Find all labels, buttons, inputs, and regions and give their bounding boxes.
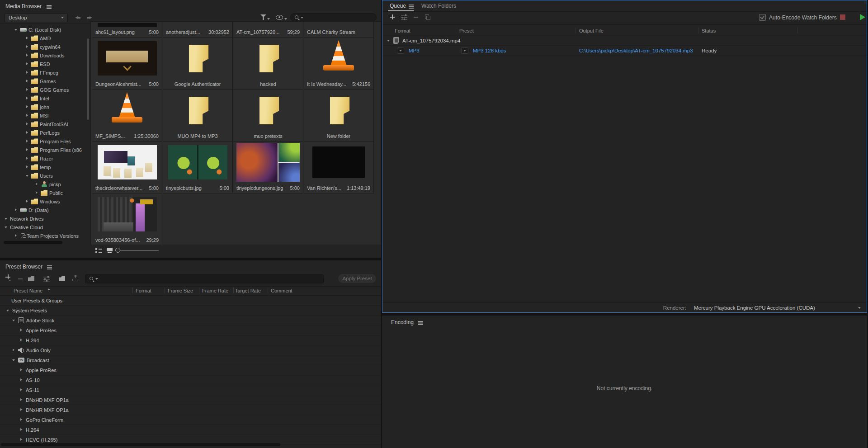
job-preset-link[interactable]: MP3 128 kbps [473,48,506,53]
tree-item-folder[interactable]: PerfLogs [0,128,86,137]
add-output-button[interactable] [401,14,407,20]
preset-row-audio-only[interactable]: Audio Only [0,345,381,355]
duplicate-button[interactable] [425,14,430,20]
chevron-collapsed-icon[interactable] [19,338,24,343]
chevron-collapsed-icon[interactable] [19,428,24,432]
tree-item-folder[interactable]: Downloads [0,51,86,60]
chevron-collapsed-icon[interactable] [25,62,29,66]
chevron-collapsed-icon[interactable] [25,71,29,75]
tab-queue[interactable]: Queue [390,3,406,9]
renderer-caret-icon[interactable] [858,307,861,309]
remove-preset-button[interactable] [18,278,23,279]
column-header-frame-size[interactable]: Frame Size [168,288,193,293]
panel-menu-icon[interactable] [47,5,52,9]
chevron-expanded-icon[interactable] [4,217,8,221]
chevron-collapsed-icon[interactable] [25,36,29,41]
chevron-collapsed-icon[interactable] [19,418,24,422]
media-item[interactable]: tinyepicbutts.jpg5:00 [163,141,233,193]
thumbnail-size-slider-knob[interactable] [115,248,120,253]
chevron-collapsed-icon[interactable] [25,53,29,58]
preset-dropdown[interactable] [461,47,468,54]
preset-settings-button[interactable] [43,276,50,282]
chevron-collapsed-icon[interactable] [25,113,29,118]
tree-item-folder[interactable]: ESD [0,60,86,68]
tree-item-folder[interactable]: FFmpeg [0,68,86,77]
tree-horizontal-scrollbar[interactable] [4,241,62,244]
preset-row-h264[interactable]: H.264 [0,335,381,345]
preset-row-dnxhd[interactable]: DNxHD MXF OP1a [0,395,381,405]
tree-vertical-scrollbar[interactable] [87,38,89,120]
media-item[interactable]: Google Authenticator [163,38,233,90]
preset-row-apple-prores[interactable]: Apple ProRes [0,325,381,335]
column-header-target-rate[interactable]: Target Rate [235,288,261,293]
tree-item-folder[interactable]: Intel [0,94,86,103]
media-search-field[interactable] [290,13,377,22]
media-item[interactable]: Van Richten's...1:13:49:19 [304,141,374,193]
preset-row-dnxhr[interactable]: DNxHR MXF OP1a [0,405,381,415]
thumbnail-size-slider[interactable] [120,250,159,251]
chevron-collapsed-icon[interactable] [25,105,29,109]
tree-item-folder[interactable]: temp [0,163,86,171]
preview-eye-icon[interactable] [276,15,283,20]
chevron-collapsed-icon[interactable] [25,199,29,204]
chevron-collapsed-icon[interactable] [25,88,29,92]
chevron-collapsed-icon[interactable] [19,398,24,402]
chevron-expanded-icon[interactable] [5,308,10,313]
chevron-collapsed-icon[interactable] [19,388,24,392]
preset-search-input[interactable] [100,276,320,282]
new-preset-group-button[interactable] [28,276,34,281]
chevron-collapsed-icon[interactable] [19,378,24,382]
media-item[interactable]: MUO MP4 to MP3 [163,90,233,141]
preset-row-h264-2[interactable]: H.264 [0,425,381,435]
column-header-status[interactable]: Status [702,28,716,33]
media-item[interactable]: CALM Charity Stream [304,22,374,38]
column-header-format[interactable]: Format [395,28,410,33]
chevron-collapsed-icon[interactable] [11,348,16,353]
media-item[interactable]: anotheradjust...30:02952 [163,22,233,38]
column-header-output-file[interactable]: Output File [579,28,604,33]
media-item[interactable]: New folder [304,90,374,141]
panel-menu-icon[interactable] [418,321,423,325]
media-item[interactable]: hacked [233,38,303,90]
chevron-collapsed-icon[interactable] [19,368,24,373]
tree-item-folder[interactable]: Windows [0,197,86,206]
tree-item-folder[interactable]: john [0,103,86,111]
import-preset-button[interactable] [59,276,65,281]
column-header-frame-rate[interactable]: Frame Rate [202,288,228,293]
chevron-collapsed-icon[interactable] [25,122,29,127]
media-item[interactable]: thecircleorwhatever...5:00 [92,141,162,193]
media-item[interactable]: tinyepicdungeons.jpg5:00 [233,141,303,193]
chevron-collapsed-icon[interactable] [25,139,29,144]
tab-watch-folders[interactable]: Watch Folders [421,3,456,9]
column-header-format[interactable]: Format [136,288,151,293]
chevron-collapsed-icon[interactable] [25,96,29,101]
tree-item-network-drives[interactable]: Network Drives [0,214,86,223]
start-queue-button[interactable] [860,14,865,20]
preset-row-system-presets[interactable]: System Presets [0,306,381,316]
tree-item-folder[interactable]: Program Files [0,137,86,146]
panel-menu-icon[interactable] [47,265,52,269]
remove-button[interactable] [414,17,418,18]
media-search-input[interactable] [305,14,373,21]
chevron-collapsed-icon[interactable] [25,165,29,170]
tree-item-pickp[interactable]: pickp [0,180,86,189]
chevron-collapsed-icon[interactable] [34,182,39,187]
tree-item-users[interactable]: Users [0,171,86,180]
chevron-expanded-icon[interactable] [11,358,16,363]
preset-row-as11[interactable]: AS-11 [0,385,381,395]
thumbnail-view-button[interactable] [107,248,113,253]
auto-encode-checkbox[interactable] [759,14,766,21]
apply-preset-button[interactable]: Apply Preset [338,274,376,283]
preset-row-adobe-stock[interactable]: StAdobe Stock [0,316,381,325]
location-dropdown[interactable]: Desktop [5,13,68,22]
preset-row-gopro-cineform[interactable]: GoPro CineForm [0,415,381,425]
forward-button[interactable] [86,15,92,20]
column-header-preset-name[interactable]: Preset Name [14,288,42,293]
chevron-collapsed-icon[interactable] [19,408,24,412]
list-view-button[interactable] [95,248,102,253]
media-item[interactable]: muo pretexts [233,90,303,141]
media-item[interactable]: MF_SIMPS...1:25:30060 [92,90,162,141]
tree-item-c-drive[interactable]: C: (Local Disk) [0,25,86,34]
chevron-expanded-icon[interactable] [386,38,391,43]
job-format-link[interactable]: MP3 [409,48,420,53]
